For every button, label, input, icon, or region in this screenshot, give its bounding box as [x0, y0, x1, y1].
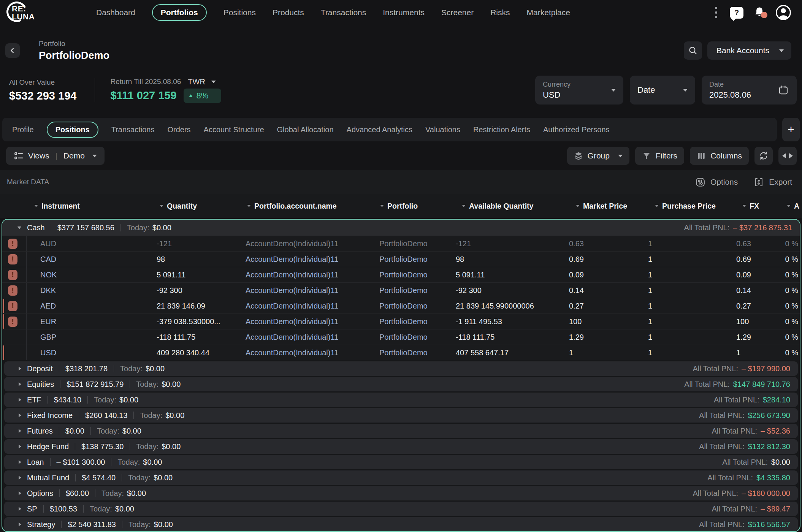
account-avatar-icon[interactable] — [775, 5, 791, 21]
currency-dropdown[interactable]: Currency USD — [535, 76, 623, 104]
group-button[interactable]: Group — [567, 147, 629, 165]
views-dropdown[interactable]: Views | Demo — [6, 147, 105, 165]
column-header[interactable]: Portfolio.account.name — [237, 202, 370, 211]
filters-button[interactable]: Filters — [635, 147, 684, 165]
column-header[interactable]: Quantity — [150, 202, 237, 211]
tab-item[interactable]: Transactions — [111, 125, 155, 134]
portfolio-link[interactable]: PortfolioDemo — [379, 286, 428, 295]
group-row[interactable]: Strategy $2 540 311.83 Today: $0.00 All … — [4, 517, 798, 532]
nav-item[interactable]: Marketplace — [527, 8, 570, 17]
nav-item[interactable]: Dashboard — [96, 8, 135, 17]
position-row[interactable]: ! GBP -118 111.75 AccountDemo(Individual… — [2, 329, 800, 345]
kebab-menu-icon[interactable] — [712, 5, 720, 20]
column-header[interactable]: Portfolio — [370, 202, 452, 211]
group-row[interactable]: Mutual Fund $4 574.40 Today: $0.00 All T… — [4, 470, 798, 485]
portfolio-link[interactable]: PortfolioDemo — [379, 255, 428, 264]
group-row[interactable]: Equities $151 872 915.79 Today: $0.00 Al… — [4, 377, 798, 391]
nav-item[interactable]: Transactions — [321, 8, 366, 17]
instrument-link[interactable]: USD — [40, 348, 56, 357]
column-header[interactable]: Instrument — [24, 202, 150, 211]
date-mode-dropdown[interactable]: Date — [630, 76, 695, 104]
nav-item[interactable]: Products — [273, 8, 304, 17]
instrument-link[interactable]: GBP — [40, 333, 56, 342]
nav-item[interactable]: Screener — [441, 8, 474, 17]
return-mode-dropdown[interactable]: TWR — [188, 78, 216, 86]
group-row[interactable]: Hedge Fund $138 775.30 Today: $0.00 All … — [4, 439, 798, 454]
back-button[interactable] — [5, 43, 20, 58]
account-link[interactable]: AccountDemo(Individual)11 — [246, 239, 338, 248]
tab-item[interactable]: Advanced Analytics — [347, 125, 412, 134]
group-row[interactable]: Fixed Income $260 140.13 Today: $0.00 Al… — [4, 408, 798, 423]
top-navigation: RE:LUNA Dashboard Portfolios Positions P… — [0, 0, 802, 25]
columns-button[interactable]: Columns — [690, 147, 749, 165]
nav-item[interactable]: Positions — [223, 8, 256, 17]
position-row[interactable]: ! EUR -379 038.530000... AccountDemo(Ind… — [2, 314, 800, 329]
search-button[interactable] — [684, 41, 702, 60]
tab-item[interactable]: Authorized Persons — [543, 125, 610, 134]
column-header[interactable]: Market Price — [566, 202, 645, 211]
tab-item[interactable]: Valuations — [425, 125, 460, 134]
purchase-price-cell: 1 — [647, 329, 735, 345]
account-link[interactable]: AccountDemo(Individual)11 — [246, 302, 338, 310]
portfolio-link[interactable]: PortfolioDemo — [379, 348, 428, 357]
account-link[interactable]: AccountDemo(Individual)11 — [246, 333, 338, 342]
group-row[interactable]: Futures $0.00 Today: $0.00 All Total PNL… — [4, 424, 798, 438]
portfolio-link[interactable]: PortfolioDemo — [379, 302, 428, 310]
tab-item[interactable]: Global Allocation — [277, 125, 334, 134]
account-link[interactable]: AccountDemo(Individual)11 — [246, 271, 338, 279]
percent-cell: 0 % — [779, 236, 800, 251]
portfolio-link[interactable]: PortfolioDemo — [379, 239, 428, 248]
position-row[interactable]: ! NOK 5 091.11 AccountDemo(Individual)11… — [2, 267, 800, 282]
tab-item[interactable]: Account Structure — [204, 125, 264, 134]
portfolio-link[interactable]: PortfolioDemo — [379, 317, 428, 326]
breadcrumb: Portfolio — [39, 40, 109, 48]
group-row[interactable]: SP $100.53 Today: $0.00 All Total PNL: –… — [4, 502, 798, 516]
sort-caret-icon — [742, 205, 746, 207]
group-row[interactable]: Deposit $318 201.78 Today: $0.00 All Tot… — [4, 361, 798, 376]
position-row[interactable]: ! AED 21 839 146.09 AccountDemo(Individu… — [2, 298, 800, 314]
brand-logo[interactable]: RE:LUNA — [6, 1, 39, 24]
refresh-button[interactable] — [754, 147, 773, 165]
instrument-link[interactable]: AED — [40, 302, 56, 310]
add-tab-button[interactable]: + — [782, 118, 800, 141]
position-row[interactable]: ! USD 409 280 340.44 AccountDemo(Individ… — [2, 345, 800, 360]
tab-item[interactable]: Orders — [167, 125, 190, 134]
column-header[interactable]: A — [777, 202, 802, 211]
nav-item[interactable]: Instruments — [383, 8, 425, 17]
options-button[interactable]: Options — [695, 177, 738, 187]
instrument-link[interactable]: NOK — [40, 271, 57, 279]
group-row[interactable]: Loan – $101 300.00 Today: $0.00 All Tota… — [4, 455, 798, 469]
instrument-link[interactable]: DKK — [40, 286, 56, 295]
group-row[interactable]: Options $60.00 Today: $0.00 All Total PN… — [4, 486, 798, 500]
bank-accounts-dropdown[interactable]: Bank Accounts — [707, 41, 791, 60]
instrument-link[interactable]: AUD — [40, 239, 56, 248]
account-link[interactable]: AccountDemo(Individual)11 — [246, 255, 338, 264]
account-link[interactable]: AccountDemo(Individual)11 — [246, 286, 338, 295]
tab-item[interactable]: Restriction Alerts — [473, 125, 530, 134]
fx-cell: 1 — [735, 345, 779, 360]
position-row[interactable]: ! CAD 98 AccountDemo(Individual)11 Portf… — [2, 251, 800, 267]
cash-group-row[interactable]: Cash $377 157 680.56 Today: $0.00 All To… — [2, 220, 800, 236]
instrument-link[interactable]: CAD — [40, 255, 56, 264]
position-row[interactable]: ! AUD -121 AccountDemo(Individual)11 Por… — [2, 236, 800, 251]
nav-item[interactable]: Risks — [490, 8, 510, 17]
portfolio-link[interactable]: PortfolioDemo — [379, 271, 428, 279]
account-link[interactable]: AccountDemo(Individual)11 — [246, 317, 338, 326]
export-button[interactable]: Export — [754, 177, 792, 187]
column-header[interactable]: Available Quantity — [452, 202, 566, 211]
nav-item[interactable]: Portfolios — [152, 4, 207, 21]
tab-item[interactable]: Profile — [12, 125, 34, 134]
portfolio-link[interactable]: PortfolioDemo — [379, 333, 428, 342]
instrument-link[interactable]: EUR — [40, 317, 56, 326]
position-row[interactable]: ! DKK -92 300 AccountDemo(Individual)11 … — [2, 282, 800, 298]
today-value: Today: $0.00 — [136, 380, 181, 389]
group-row[interactable]: ETF $434.10 Today: $0.00 All Total PNL: … — [4, 393, 798, 407]
notifications-icon[interactable] — [753, 6, 766, 19]
account-link[interactable]: AccountDemo(Individual)11 — [246, 348, 338, 357]
tab-item[interactable]: Positions — [47, 122, 98, 138]
column-header[interactable]: FX — [732, 202, 777, 211]
column-pager-button[interactable] — [778, 147, 797, 165]
help-icon[interactable]: ? — [730, 7, 743, 19]
date-picker[interactable]: Date 2025.08.06 — [702, 76, 797, 104]
column-header[interactable]: Purchase Price — [645, 202, 732, 211]
